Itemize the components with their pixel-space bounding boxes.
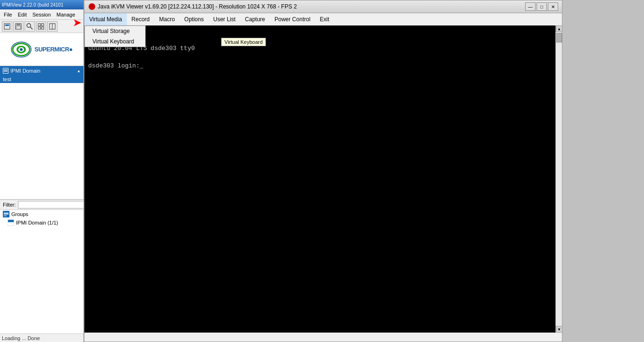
svg-rect-28 <box>8 220 14 222</box>
terminal-line-1: # logout <box>88 27 558 36</box>
scrollbar-down-btn[interactable]: ▼ <box>556 326 562 333</box>
domain-section[interactable]: IPMI Domain ▲ <box>0 66 83 75</box>
terminal-line-3: Ubuntu 20.04 LTS dsde303 tty0 <box>88 44 558 53</box>
svg-rect-26 <box>4 216 7 216</box>
terminal-line-2 <box>88 36 558 44</box>
domain-icon <box>3 68 8 74</box>
domain-expand-icon[interactable]: ▲ <box>77 69 81 73</box>
menu-virtual-media[interactable]: Virtual Media <box>84 13 127 25</box>
domain-item-label: test <box>3 76 11 82</box>
toolbar-save-btn[interactable] <box>13 21 24 32</box>
kvm-title-text: Java iKVM Viewer v1.69.20 [212.224.112.1… <box>98 3 523 10</box>
kvm-terminal: # logout Ubuntu 20.04 LTS dsde303 tty0 d… <box>84 25 562 72</box>
close-button[interactable]: ✕ <box>548 2 558 11</box>
menu-edit[interactable]: Edit <box>15 11 30 18</box>
dropdown-virtual-keyboard[interactable]: Virtual Keyboard <box>85 36 145 47</box>
svg-rect-0 <box>4 24 10 29</box>
kvm-window: Java iKVM Viewer v1.69.20 [212.224.112.1… <box>84 0 562 342</box>
domain-label: IPMI Domain <box>10 68 41 74</box>
terminal-line-4 <box>88 53 558 62</box>
right-background <box>562 0 644 342</box>
menu-session[interactable]: Session <box>30 11 54 18</box>
domain-list-item-test[interactable]: test <box>0 75 83 83</box>
scrollbar-up-btn[interactable]: ▲ <box>556 25 562 32</box>
ipmiview-title: IPMIView 2.22.0 (build 24101 <box>2 2 63 8</box>
groups-item-icon <box>8 219 14 226</box>
ipmiview-menubar: File Edit Session Manage <box>0 9 83 20</box>
toolbar-icon-btn[interactable] <box>2 21 12 32</box>
kvm-window-controls: — □ ✕ <box>525 2 558 11</box>
scrollbar-track[interactable] <box>556 32 562 326</box>
logo-area: SUPERMICR● <box>0 33 83 66</box>
svg-point-30 <box>90 6 94 9</box>
svg-point-5 <box>27 24 31 27</box>
supermicro-logo-icon <box>11 42 32 58</box>
groups-item-label: IPMI Domain (1/1) <box>16 220 58 225</box>
kvm-statusbar <box>84 333 562 342</box>
scrollbar-thumb[interactable] <box>556 33 562 42</box>
filter-section: Filter: <box>0 200 83 210</box>
toolbar-layout-btn[interactable] <box>47 21 58 32</box>
svg-line-6 <box>30 27 33 29</box>
groups-header[interactable]: Groups <box>0 210 83 218</box>
menu-options[interactable]: Options <box>180 13 208 25</box>
svg-rect-3 <box>17 24 20 25</box>
maximize-button[interactable]: □ <box>537 2 547 11</box>
svg-rect-20 <box>4 69 8 70</box>
dropdown-virtual-storage[interactable]: Virtual Storage <box>85 26 145 36</box>
virtual-media-dropdown: Virtual Storage Virtual Keyboard <box>84 25 146 47</box>
ipmiview-panel: IPMIView 2.22.0 (build 24101 File Edit S… <box>0 0 84 342</box>
menu-capture[interactable]: Capture <box>240 13 270 25</box>
menu-exit[interactable]: Exit <box>315 13 334 25</box>
groups-section: Groups IPMI Domain (1/1) <box>0 210 83 334</box>
ipmiview-titlebar: IPMIView 2.22.0 (build 24101 <box>0 0 83 9</box>
kvm-screen[interactable]: # logout Ubuntu 20.04 LTS dsde303 tty0 d… <box>84 25 562 333</box>
supermicro-text: SUPERMICR● <box>34 46 73 53</box>
svg-rect-21 <box>4 70 8 71</box>
toolbar-view-btn[interactable] <box>36 21 46 32</box>
groups-icon <box>3 211 9 217</box>
status-text: Loading ... Done <box>2 335 40 341</box>
kvm-titlebar: Java iKVM Viewer v1.69.20 [212.224.112.1… <box>84 0 562 13</box>
svg-rect-22 <box>4 71 8 72</box>
svg-rect-9 <box>38 27 41 29</box>
filter-label: Filter: <box>3 202 16 208</box>
terminal-line-5: dsde303 login:_ <box>88 62 558 70</box>
svg-rect-4 <box>16 26 21 29</box>
domain-list: test <box>0 75 83 200</box>
minimize-button[interactable]: — <box>525 2 536 11</box>
menu-file[interactable]: File <box>1 11 15 18</box>
groups-ipmi-domain-item[interactable]: IPMI Domain (1/1) <box>0 218 83 227</box>
ipmiview-statusbar: Loading ... Done <box>0 334 83 342</box>
svg-rect-7 <box>38 24 41 26</box>
kvm-menubar: Virtual Media Record Macro Options User … <box>84 13 562 25</box>
svg-rect-1 <box>5 25 9 26</box>
ipmiview-toolbar <box>0 20 83 33</box>
kvm-title-icon <box>88 3 96 10</box>
toolbar-search-btn[interactable] <box>25 21 35 32</box>
svg-rect-8 <box>41 24 44 26</box>
groups-label: Groups <box>11 211 28 217</box>
svg-rect-10 <box>41 27 44 29</box>
svg-point-17 <box>20 48 23 51</box>
red-arrow-indicator: ➤ <box>73 17 81 28</box>
svg-rect-25 <box>4 214 8 215</box>
kvm-scrollbar: ▲ ▼ <box>555 25 562 333</box>
svg-rect-24 <box>4 213 8 214</box>
menu-record[interactable]: Record <box>127 13 155 25</box>
filter-input[interactable] <box>18 201 84 209</box>
menu-power-control[interactable]: Power Control <box>270 13 315 25</box>
menu-macro[interactable]: Macro <box>155 13 180 25</box>
menu-user-list[interactable]: User List <box>208 13 240 25</box>
supermicro-logo: SUPERMICR● <box>11 42 73 58</box>
